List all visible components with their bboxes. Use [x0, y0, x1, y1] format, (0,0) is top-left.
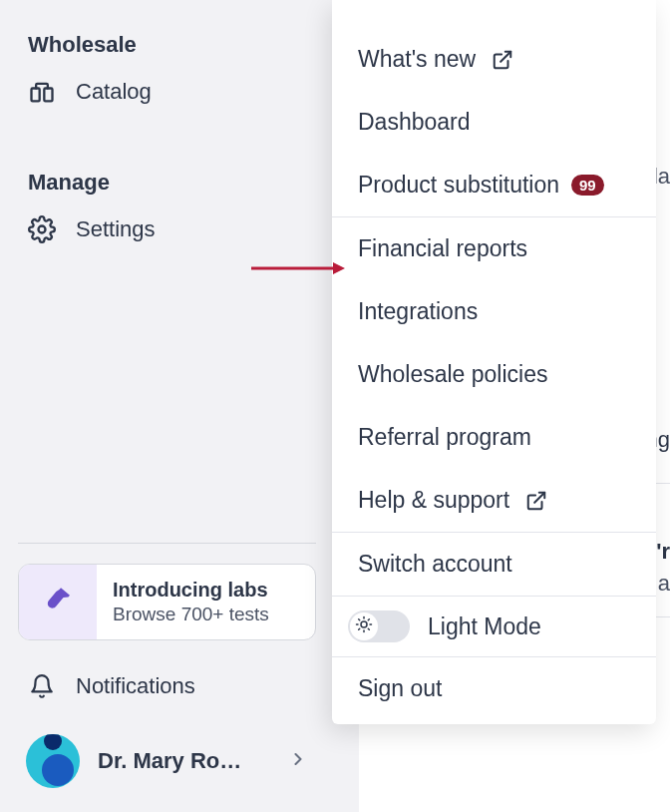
- svg-line-6: [534, 492, 544, 502]
- menu-item-label: Wholesale policies: [358, 361, 547, 388]
- toggle-knob: [350, 612, 378, 640]
- test-tube-icon: [44, 587, 72, 618]
- menu-item-label: Help & support: [358, 487, 509, 514]
- menu-item-product-substitution[interactable]: Product substitution 99: [332, 154, 656, 216]
- external-link-icon: [492, 49, 513, 71]
- sidebar-section-wholesale: Wholesale: [18, 32, 316, 58]
- menu-item-label: Product substitution: [358, 172, 559, 199]
- sidebar-section-manage: Manage: [18, 170, 316, 196]
- labs-icon-area: [19, 565, 97, 639]
- svg-line-14: [359, 628, 360, 629]
- user-name: Dr. Mary Ro…: [98, 748, 270, 774]
- svg-line-15: [368, 619, 369, 620]
- svg-rect-1: [44, 89, 52, 102]
- labs-subtitle: Browse 700+ tests: [113, 604, 269, 625]
- catalog-icon: [28, 78, 56, 106]
- svg-line-10: [359, 619, 360, 620]
- menu-item-whats-new[interactable]: What's new: [332, 28, 656, 91]
- labs-promo-card[interactable]: Introducing labs Browse 700+ tests: [18, 564, 316, 640]
- avatar: [26, 734, 80, 788]
- menu-item-financial-reports[interactable]: Financial reports: [332, 217, 656, 280]
- svg-point-7: [361, 621, 367, 627]
- menu-item-referral-program[interactable]: Referral program: [332, 406, 656, 469]
- menu-item-label: Financial reports: [358, 235, 527, 262]
- count-badge: 99: [571, 175, 604, 196]
- menu-item-label: Referral program: [358, 424, 531, 451]
- menu-item-help-support[interactable]: Help & support: [332, 469, 656, 532]
- theme-toggle[interactable]: [348, 610, 410, 642]
- svg-line-5: [501, 51, 510, 61]
- gear-icon: [28, 215, 56, 243]
- menu-item-label: Integrations: [358, 298, 478, 325]
- menu-item-switch-account[interactable]: Switch account: [332, 533, 656, 596]
- sidebar-item-settings[interactable]: Settings: [18, 205, 316, 253]
- user-menu-trigger[interactable]: Dr. Mary Ro…: [18, 728, 316, 794]
- menu-item-label: Dashboard: [358, 109, 471, 136]
- menu-item-sign-out[interactable]: Sign out: [332, 657, 656, 720]
- user-dropdown-menu: What's new Dashboard Product substitutio…: [332, 0, 656, 724]
- sidebar: Wholesale Catalog Manage Settings Introd…: [0, 0, 334, 812]
- sidebar-item-label: Catalog: [76, 79, 152, 105]
- chevron-right-icon: [288, 749, 308, 773]
- theme-mode-row: Light Mode: [332, 596, 656, 656]
- sun-icon: [355, 615, 373, 637]
- sidebar-item-label: Settings: [76, 216, 156, 242]
- menu-item-dashboard[interactable]: Dashboard: [332, 91, 656, 154]
- sidebar-divider: [18, 543, 316, 544]
- bell-icon: [28, 672, 56, 700]
- menu-item-label: What's new: [358, 46, 476, 73]
- menu-item-wholesale-policies[interactable]: Wholesale policies: [332, 343, 656, 406]
- menu-item-label: Switch account: [358, 551, 512, 578]
- menu-item-integrations[interactable]: Integrations: [332, 280, 656, 343]
- svg-line-11: [368, 628, 369, 629]
- menu-item-label: Sign out: [358, 675, 442, 702]
- svg-rect-0: [32, 89, 40, 102]
- svg-point-2: [39, 226, 46, 233]
- theme-mode-label: Light Mode: [428, 613, 541, 640]
- sidebar-item-catalog[interactable]: Catalog: [18, 68, 316, 116]
- labs-title: Introducing labs: [113, 579, 269, 602]
- external-link-icon: [525, 490, 547, 512]
- notifications-label: Notifications: [76, 673, 195, 699]
- sidebar-item-notifications[interactable]: Notifications: [18, 662, 316, 710]
